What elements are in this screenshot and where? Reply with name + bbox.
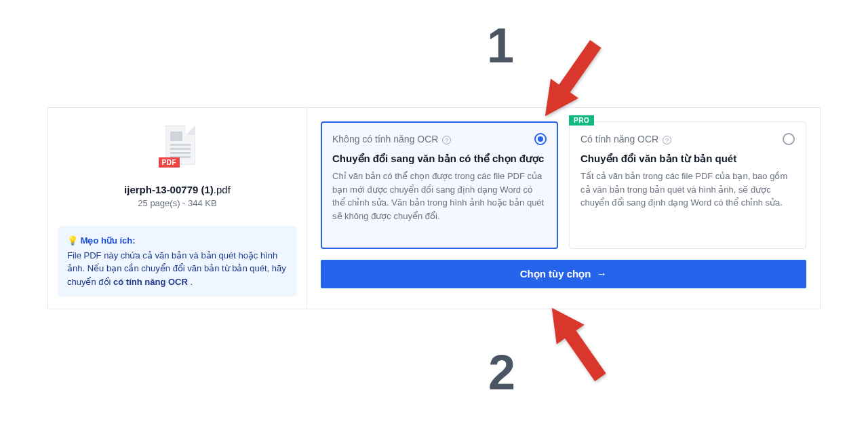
svg-marker-0 — [531, 35, 610, 126]
help-icon[interactable]: ? — [663, 136, 671, 144]
option-title: Chuyển đổi văn bản từ bản quét — [580, 152, 795, 166]
annotation-number-1: 1 — [487, 18, 514, 73]
radio-unselected[interactable] — [783, 133, 795, 145]
file-icon: PDF — [159, 125, 197, 174]
file-name: ijerph-13-00779 (1).pdf — [124, 184, 231, 195]
choose-option-button[interactable]: Chọn tùy chọn→ — [321, 260, 806, 288]
option-label: Có tính năng OCR ? — [580, 134, 671, 144]
tip-title: Mẹo hữu ích: — [81, 235, 136, 246]
tip-text: File PDF này chứa cả văn bản và bản quét… — [67, 249, 288, 289]
options-row: Không có tính năng OCR ? Chuyển đổi sang… — [321, 121, 806, 249]
option-label: Không có tính năng OCR ? — [332, 134, 451, 144]
option-no-ocr[interactable]: Không có tính năng OCR ? Chuyển đổi sang… — [321, 121, 558, 249]
options-panel: Không có tính năng OCR ? Chuyển đổi sang… — [307, 108, 820, 309]
conversion-panel: PDF ijerph-13-00779 (1).pdf 25 page(s) -… — [47, 107, 821, 309]
annotation-number-2: 2 — [488, 345, 515, 400]
help-icon[interactable]: ? — [442, 136, 451, 144]
pdf-badge: PDF — [159, 157, 180, 168]
arrow-right-icon: → — [596, 268, 607, 280]
option-desc: Chỉ văn bản có thể chọn được trong các f… — [332, 170, 547, 222]
file-panel: PDF ijerph-13-00779 (1).pdf 25 page(s) -… — [48, 108, 307, 309]
svg-marker-1 — [538, 298, 614, 387]
tip-box: 💡 Mẹo hữu ích: File PDF này chứa cả văn … — [58, 226, 297, 296]
file-meta: 25 page(s) - 344 KB — [138, 198, 216, 208]
option-title: Chuyển đổi sang văn bản có thể chọn được — [332, 152, 547, 166]
annotation-arrow-2 — [526, 293, 628, 395]
radio-selected[interactable] — [534, 133, 547, 145]
annotation-arrow-1 — [518, 23, 627, 132]
option-desc: Tất cả văn bản trong các file PDF của bạ… — [580, 170, 795, 210]
option-ocr[interactable]: PRO Có tính năng OCR ? Chuyển đổi văn bả… — [569, 121, 806, 249]
lightbulb-icon: 💡 — [67, 235, 78, 246]
